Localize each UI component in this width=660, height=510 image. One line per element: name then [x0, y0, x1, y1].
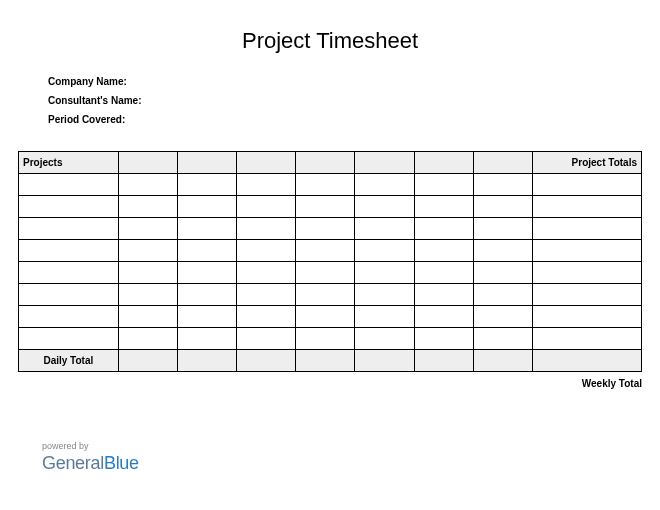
footer: powered by GeneralBlue — [42, 442, 139, 474]
powered-by-text: powered by — [42, 442, 139, 452]
table-row — [19, 240, 642, 262]
page-title: Project Timesheet — [0, 28, 660, 54]
header-day — [473, 152, 532, 174]
header-project-totals: Project Totals — [532, 152, 641, 174]
table-row — [19, 262, 642, 284]
period-covered-label: Period Covered: — [48, 110, 660, 129]
table-row — [19, 174, 642, 196]
header-day — [414, 152, 473, 174]
table-row — [19, 328, 642, 350]
header-day — [237, 152, 296, 174]
timesheet-table: Projects Project Totals Daily Total — [18, 151, 642, 372]
header-day — [118, 152, 177, 174]
brand-logo: GeneralBlue — [42, 454, 139, 474]
weekly-total-label: Weekly Total — [0, 378, 642, 389]
daily-total-row: Daily Total — [19, 350, 642, 372]
brand-blue: Blue — [104, 453, 139, 473]
header-projects: Projects — [19, 152, 119, 174]
brand-general: General — [42, 453, 104, 473]
table-row — [19, 196, 642, 218]
timesheet-table-wrap: Projects Project Totals Daily Total — [18, 151, 642, 372]
consultant-name-label: Consultant's Name: — [48, 91, 660, 110]
header-day — [355, 152, 414, 174]
meta-block: Company Name: Consultant's Name: Period … — [48, 72, 660, 129]
company-name-label: Company Name: — [48, 72, 660, 91]
table-row — [19, 306, 642, 328]
header-day — [177, 152, 236, 174]
table-row — [19, 218, 642, 240]
daily-total-label: Daily Total — [19, 350, 119, 372]
table-header-row: Projects Project Totals — [19, 152, 642, 174]
table-row — [19, 284, 642, 306]
header-day — [296, 152, 355, 174]
